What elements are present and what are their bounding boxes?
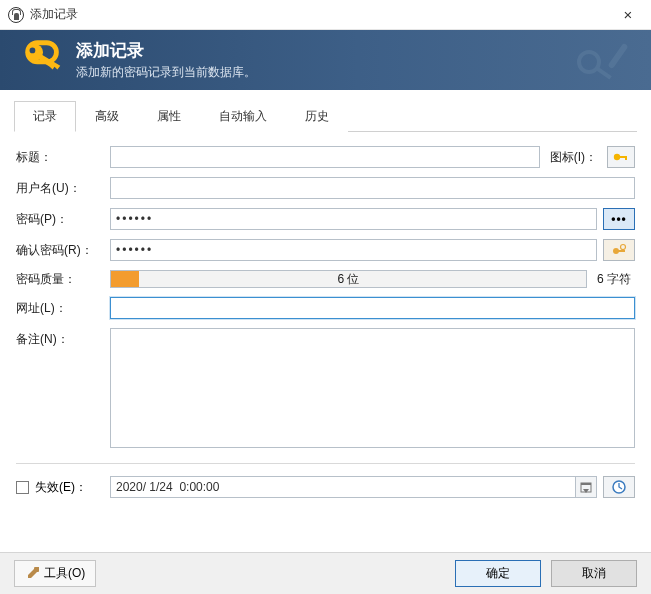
- tab-advanced[interactable]: 高级: [76, 101, 138, 132]
- header-banner: 添加记录 添加新的密码记录到当前数据库。: [0, 30, 651, 90]
- svg-rect-11: [618, 250, 625, 252]
- svg-rect-9: [625, 156, 627, 160]
- tab-record[interactable]: 记录: [14, 101, 76, 132]
- generate-password-button[interactable]: [603, 239, 635, 261]
- tools-button-label: 工具(O): [44, 565, 85, 582]
- key-icon: [20, 37, 66, 83]
- title-input[interactable]: [110, 146, 540, 168]
- svg-rect-14: [581, 483, 591, 485]
- username-input[interactable]: [110, 177, 635, 199]
- label-url: 网址(L)：: [16, 300, 110, 317]
- svg-point-3: [30, 48, 36, 54]
- close-icon[interactable]: ×: [613, 0, 643, 30]
- app-lock-icon: [8, 7, 24, 23]
- confirm-password-input[interactable]: [110, 239, 597, 261]
- ok-button[interactable]: 确定: [455, 560, 541, 587]
- calendar-icon: [580, 481, 592, 493]
- label-confirm: 确认密码(R)：: [16, 242, 110, 259]
- label-title: 标题：: [16, 149, 110, 166]
- label-password: 密码(P)：: [16, 211, 110, 228]
- quality-bits-text: 6 位: [111, 271, 586, 287]
- quality-bar: 6 位: [110, 270, 587, 288]
- clock-icon: [611, 479, 627, 495]
- expire-checkbox[interactable]: [16, 481, 29, 494]
- tab-autotype[interactable]: 自动输入: [200, 101, 286, 132]
- key-small-icon: [613, 151, 629, 163]
- window-title: 添加记录: [30, 6, 613, 23]
- label-quality: 密码质量：: [16, 271, 110, 288]
- wrench-icon: [25, 567, 39, 581]
- notes-textarea[interactable]: [110, 328, 635, 448]
- header-subtitle: 添加新的密码记录到当前数据库。: [76, 64, 256, 81]
- svg-point-12: [621, 245, 626, 250]
- calendar-dropdown-button[interactable]: [575, 476, 597, 498]
- svg-rect-6: [595, 66, 612, 80]
- gear-key-icon: [611, 243, 627, 257]
- tools-button[interactable]: 工具(O): [14, 560, 96, 587]
- icon-picker-button[interactable]: [607, 146, 635, 168]
- tab-attributes[interactable]: 属性: [138, 101, 200, 132]
- url-input[interactable]: [110, 297, 635, 319]
- label-username: 用户名(U)：: [16, 180, 110, 197]
- password-input[interactable]: [110, 208, 597, 230]
- tab-bar: 记录 高级 属性 自动输入 历史: [14, 100, 637, 132]
- reveal-password-button[interactable]: •••: [603, 208, 635, 230]
- quality-chars-text: 6 字符: [593, 271, 635, 288]
- label-notes: 备注(N)：: [16, 328, 110, 348]
- svg-rect-4: [608, 43, 629, 69]
- expire-presets-button[interactable]: [603, 476, 635, 498]
- label-expire: 失效(E)：: [35, 479, 87, 496]
- header-title: 添加记录: [76, 39, 256, 62]
- header-deco-icon: [571, 38, 641, 84]
- tab-history[interactable]: 历史: [286, 101, 348, 132]
- label-icon: 图标(I)：: [550, 149, 597, 166]
- cancel-button[interactable]: 取消: [551, 560, 637, 587]
- expire-date-input[interactable]: [110, 476, 575, 498]
